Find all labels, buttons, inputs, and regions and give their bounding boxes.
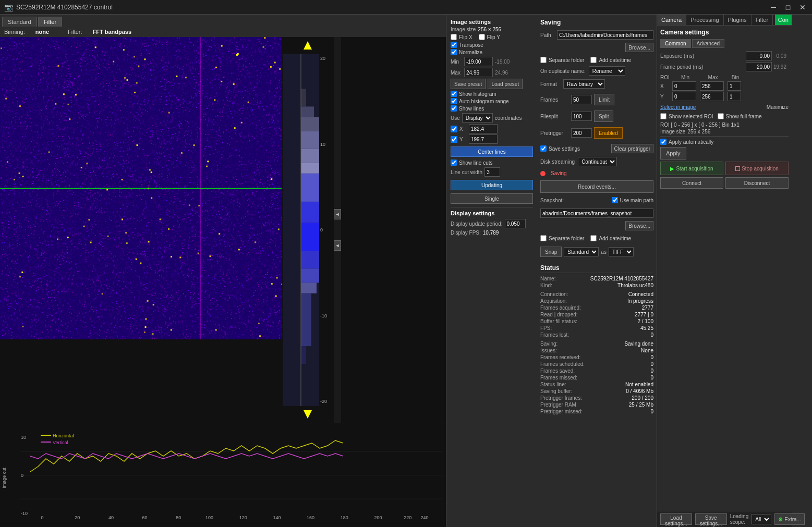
show-lines-check[interactable]: Show lines [451, 105, 533, 112]
status-value: 200 / 200 [632, 395, 653, 401]
roi-bin-header: Bin [728, 75, 743, 80]
cam-tab-filter[interactable]: Filter [752, 15, 773, 25]
status-key: Frames received: [540, 354, 580, 360]
connect-btn[interactable]: Connect [660, 177, 723, 189]
roi-y-max-input[interactable] [700, 92, 724, 101]
show-full-frame-check[interactable]: Show full frame [718, 113, 762, 119]
split-btn[interactable]: Split [594, 111, 613, 122]
save-settings-btn[interactable]: Save settings... [695, 513, 727, 525]
select-in-image-btn[interactable]: Select in image [660, 104, 696, 110]
snap-btn[interactable]: Snap [540, 247, 562, 257]
load-preset-btn[interactable]: Load preset [488, 79, 523, 89]
status-key: Pretrigger missed: [540, 409, 583, 414]
maximize-roi-btn[interactable]: Maximize [767, 104, 789, 110]
line-cut-width-label: Line cut width [451, 169, 482, 175]
save-settings-check[interactable]: Save settings [540, 145, 580, 152]
min-input[interactable] [464, 57, 493, 66]
on-duplicate-select[interactable]: Rename [589, 66, 625, 76]
pretrigger-input[interactable] [571, 128, 592, 138]
snap-format-select[interactable]: Standard [564, 247, 599, 256]
line-cut-svg: 10 0 -10 0 20 40 60 80 100 120 140 160 1… [20, 427, 442, 523]
roi-x-max-input[interactable] [700, 81, 724, 91]
status-value: 2777 [642, 305, 653, 311]
sub-tab-advanced[interactable]: Advanced [692, 39, 724, 48]
sub-tab-common[interactable]: Common [660, 39, 691, 48]
record-events-btn[interactable]: Record events... [540, 180, 653, 193]
status-section: Status Name:SC2592R12M 4102855427Kind:Th… [540, 263, 653, 415]
frame-period-input[interactable] [746, 62, 772, 71]
updating-btn[interactable]: Updating [451, 180, 533, 190]
nav-arrow-down[interactable]: ◄ [334, 240, 341, 251]
flip-x-check[interactable]: Flip X [451, 34, 472, 40]
save-preset-btn[interactable]: Save preset [451, 79, 486, 89]
apply-btn[interactable]: Apply [660, 147, 686, 160]
snap-separate-folder-check[interactable]: Separate folder [540, 235, 584, 241]
stop-acquisition-btn[interactable]: Stop acquisition [725, 162, 789, 175]
add-datetime-check[interactable]: Add date/time [590, 57, 631, 63]
roi-y-min-input[interactable] [672, 92, 696, 101]
path-input[interactable] [557, 30, 653, 40]
pretrigger-row: Pretrigger Enabled [540, 127, 653, 139]
show-roi-check[interactable]: Show selected ROI [660, 113, 713, 119]
cam-tab-plugins[interactable]: Plugins [724, 15, 752, 25]
loading-scope-select[interactable]: All [752, 514, 771, 524]
roi-x-bin-input[interactable] [728, 81, 741, 91]
browse-btn[interactable]: Browse... [625, 43, 653, 52]
snap-type-select[interactable]: TIFF [609, 247, 634, 256]
disconnect-btn[interactable]: Disconnect [725, 177, 789, 189]
cam-tab-processing[interactable]: Processing [686, 15, 723, 25]
snap-path-input[interactable] [540, 209, 653, 218]
display-period-row: Display update period: [451, 219, 533, 228]
save-settings-row: Save settings Clear pretrigger [540, 144, 653, 153]
add-datetime-label: Add date/time [599, 57, 631, 63]
disk-streaming-select[interactable]: Continuous [578, 157, 617, 166]
main-image[interactable] [0, 37, 282, 339]
nav-arrow-up[interactable]: ◄ [334, 209, 341, 219]
center-lines-btn[interactable]: Center lines [451, 146, 533, 157]
auto-histogram-check[interactable]: Auto histogram range [451, 98, 533, 104]
maximize-button[interactable]: □ [783, 2, 793, 13]
cam-tab-con[interactable]: Con [775, 15, 792, 25]
start-acquisition-btn[interactable]: ▶ Start acquisition [660, 162, 723, 175]
flip-y-check[interactable]: Flip Y [479, 34, 500, 40]
transpose-check[interactable]: Transpose [451, 42, 533, 48]
roi-x-min-input[interactable] [672, 81, 696, 91]
minimize-button[interactable]: ─ [768, 2, 779, 13]
cam-tab-camera[interactable]: Camera [657, 15, 686, 25]
format-select[interactable]: Raw binary [563, 79, 605, 89]
frames-input[interactable] [571, 95, 592, 104]
limit-btn[interactable]: Limit [594, 94, 614, 105]
exposure-input[interactable] [746, 51, 772, 60]
snap-add-datetime-check[interactable]: Add date/time [590, 235, 631, 241]
status-row: Frames scheduled:0 [540, 361, 653, 367]
clear-pretrigger-btn[interactable]: Clear pretrigger [611, 144, 653, 153]
exposure-max: 0.09 [773, 53, 789, 59]
load-settings-btn[interactable]: Load settings... [660, 513, 692, 525]
close-button[interactable]: ✕ [797, 2, 808, 13]
use-select[interactable]: Display [462, 113, 493, 122]
x-coord-check[interactable] [451, 126, 457, 132]
roi-y-bin-input[interactable] [728, 92, 741, 101]
svg-rect-12 [301, 283, 317, 293]
extra-btn[interactable]: ⚙ Extra... [774, 513, 805, 525]
normalize-check[interactable]: Normalize [451, 49, 533, 55]
snap-browse-btn[interactable]: Browse... [625, 221, 653, 230]
y-coord-check[interactable] [451, 136, 457, 143]
auto-histogram-label: Auto histogram range [459, 99, 509, 104]
update-period-input[interactable] [505, 219, 526, 228]
apply-auto-check[interactable]: Apply automatically [660, 139, 789, 145]
show-line-cuts-check[interactable]: Show line cuts [451, 160, 533, 166]
y-value-input[interactable] [469, 134, 498, 144]
separate-folder-check[interactable]: Separate folder [540, 57, 584, 63]
single-btn[interactable]: Single [451, 193, 533, 204]
show-histogram-check[interactable]: Show histogram [451, 91, 533, 97]
line-cut-width-input[interactable] [484, 167, 500, 177]
filesplit-input[interactable] [571, 112, 592, 121]
tab-filter[interactable]: Filter [38, 17, 62, 27]
tab-standard[interactable]: Standard [2, 17, 37, 27]
enabled-btn[interactable]: Enabled [594, 127, 623, 139]
flip-x-label: Flip X [459, 34, 472, 40]
x-value-input[interactable] [469, 124, 498, 133]
max-input[interactable] [464, 68, 493, 77]
use-main-path-check[interactable]: Use main path [612, 197, 653, 203]
